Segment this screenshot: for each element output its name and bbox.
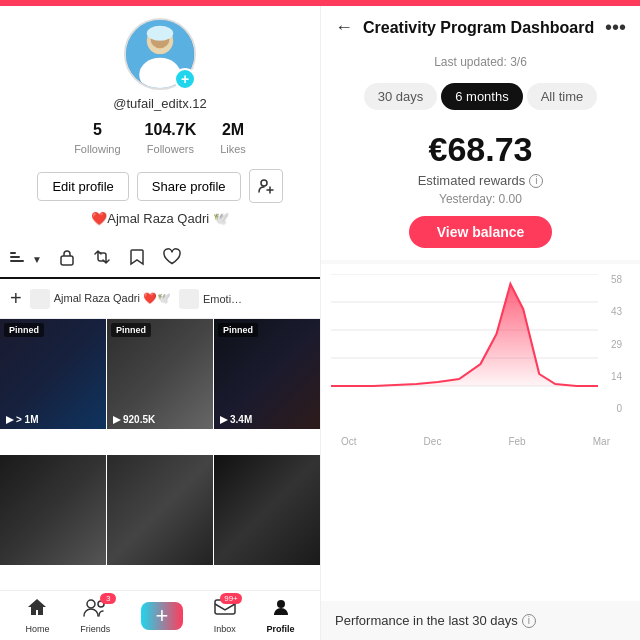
y-axis: 58 43 29 14 0 bbox=[611, 274, 622, 414]
nav-profile[interactable]: Profile bbox=[267, 597, 295, 634]
y-label-0: 0 bbox=[616, 403, 622, 414]
video-cell-6[interactable] bbox=[214, 455, 320, 565]
svg-marker-18 bbox=[220, 416, 228, 424]
dropdown-arrow-icon: ▼ bbox=[32, 254, 42, 265]
svg-rect-10 bbox=[10, 260, 24, 262]
view-count-1: > 1M bbox=[4, 414, 39, 425]
nav-inbox[interactable]: 99+ Inbox bbox=[214, 597, 236, 634]
share-profile-button[interactable]: Share profile bbox=[137, 172, 241, 201]
x-label-mar: Mar bbox=[593, 436, 610, 447]
main-content: + @tufail_editx.12 5 Following 104.7K Fo… bbox=[0, 6, 640, 640]
playlist-icon-2: ▶ bbox=[179, 289, 199, 309]
video-cell-2[interactable]: Pinned 920.5K bbox=[107, 319, 213, 429]
svg-marker-17 bbox=[113, 416, 121, 424]
pinned-badge-1: Pinned bbox=[4, 323, 44, 337]
svg-rect-9 bbox=[10, 256, 20, 258]
likes-label: Likes bbox=[220, 143, 246, 155]
add-avatar-button[interactable]: + bbox=[174, 68, 196, 90]
nav-home[interactable]: Home bbox=[25, 597, 49, 634]
svg-point-19 bbox=[87, 600, 95, 608]
following-count: 5 bbox=[74, 121, 120, 139]
svg-point-22 bbox=[277, 600, 285, 608]
repost-icon[interactable] bbox=[92, 248, 112, 271]
performance-info-icon[interactable]: i bbox=[522, 614, 536, 628]
view-count-2: 920.5K bbox=[111, 414, 155, 425]
video-cell-5[interactable] bbox=[107, 455, 213, 565]
followers-count: 104.7K bbox=[145, 121, 197, 139]
tab-all-time[interactable]: All time bbox=[527, 83, 598, 110]
filter-dropdown[interactable]: ▼ bbox=[10, 251, 42, 269]
more-options-button[interactable]: ••• bbox=[605, 16, 626, 39]
friends-badge: 3 bbox=[100, 593, 116, 604]
svg-rect-8 bbox=[10, 252, 16, 254]
nav-add[interactable]: + bbox=[141, 602, 183, 630]
x-label-dec: Dec bbox=[424, 436, 442, 447]
right-panel: ← Creativity Program Dashboard ••• Last … bbox=[320, 6, 640, 640]
view-count-3: 3.4M bbox=[218, 414, 252, 425]
view-balance-button[interactable]: View balance bbox=[409, 216, 553, 248]
video-grid: Pinned > 1M Pinned 920.5K Pinned 3.4M bbox=[0, 319, 320, 590]
bio-text: ❤️Ajmal Raza Qadri 🕊️ bbox=[91, 211, 228, 226]
tab-30-days[interactable]: 30 days bbox=[364, 83, 438, 110]
y-label-43: 43 bbox=[611, 306, 622, 317]
playlist-label-2: Emoti… bbox=[203, 293, 242, 305]
add-content-button[interactable]: + bbox=[141, 602, 183, 630]
playlist-item-2[interactable]: ▶ Emoti… bbox=[179, 289, 242, 309]
add-playlist-button[interactable]: + bbox=[10, 287, 22, 310]
video-cell-3[interactable]: Pinned 3.4M bbox=[214, 319, 320, 429]
following-label: Following bbox=[74, 143, 120, 155]
dashboard-title: Creativity Program Dashboard bbox=[363, 19, 595, 37]
add-friend-button[interactable] bbox=[249, 169, 283, 203]
stat-likes[interactable]: 2M Likes bbox=[220, 121, 246, 157]
y-label-29: 29 bbox=[611, 339, 622, 350]
nav-friends[interactable]: 3 Friends bbox=[80, 597, 110, 634]
period-tabs: 30 days 6 months All time bbox=[321, 75, 640, 118]
playlist-label-1: Ajmal Raza Qadri ❤️🕊️ bbox=[54, 292, 171, 305]
avatar-container: + bbox=[124, 18, 196, 90]
x-label-oct: Oct bbox=[341, 436, 357, 447]
pinned-badge-3: Pinned bbox=[218, 323, 258, 337]
profile-section: + @tufail_editx.12 5 Following 104.7K Fo… bbox=[0, 6, 320, 242]
back-button[interactable]: ← bbox=[335, 17, 353, 38]
nav-inbox-label: Inbox bbox=[214, 624, 236, 634]
filter-row: ▼ bbox=[0, 242, 320, 279]
heart-outline-icon[interactable] bbox=[162, 248, 182, 271]
username: @tufail_editx.12 bbox=[113, 96, 206, 111]
profile-icon bbox=[271, 597, 291, 622]
rewards-section: €68.73 Estimated rewards i Yesterday: 0.… bbox=[321, 118, 640, 260]
x-axis: Oct Dec Feb Mar bbox=[331, 434, 630, 447]
svg-rect-11 bbox=[61, 256, 73, 265]
lock-icon[interactable] bbox=[58, 248, 76, 271]
chart-container: 58 43 29 14 0 bbox=[331, 274, 630, 434]
stats-row: 5 Following 104.7K Followers 2M Likes bbox=[74, 121, 246, 157]
bookmark-icon[interactable] bbox=[128, 248, 146, 271]
nav-friends-label: Friends bbox=[80, 624, 110, 634]
chart-area: 58 43 29 14 0 Oct Dec Feb Mar bbox=[321, 264, 640, 601]
svg-rect-14 bbox=[182, 292, 196, 306]
stat-following[interactable]: 5 Following bbox=[74, 121, 120, 157]
performance-title: Performance in the last 30 days i bbox=[335, 613, 626, 628]
reward-label: Estimated rewards i bbox=[335, 173, 626, 188]
info-icon[interactable]: i bbox=[529, 174, 543, 188]
playlist-row: + ▶ Ajmal Raza Qadri ❤️🕊️ ▶ Emot bbox=[0, 279, 320, 319]
video-cell-4[interactable] bbox=[0, 455, 106, 565]
x-label-feb: Feb bbox=[508, 436, 525, 447]
chart-svg bbox=[331, 274, 630, 414]
svg-rect-12 bbox=[33, 292, 47, 306]
pinned-badge-2: Pinned bbox=[111, 323, 151, 337]
y-label-58: 58 bbox=[611, 274, 622, 285]
dashboard-header: ← Creativity Program Dashboard ••• bbox=[321, 6, 640, 49]
reward-amount: €68.73 bbox=[335, 130, 626, 169]
video-cell-1[interactable]: Pinned > 1M bbox=[0, 319, 106, 429]
stat-followers[interactable]: 104.7K Followers bbox=[145, 121, 197, 157]
tab-6-months[interactable]: 6 months bbox=[441, 83, 522, 110]
svg-point-4 bbox=[147, 26, 173, 41]
playlist-item-1[interactable]: ▶ Ajmal Raza Qadri ❤️🕊️ bbox=[30, 289, 171, 309]
y-label-14: 14 bbox=[611, 371, 622, 382]
home-icon bbox=[26, 597, 48, 622]
playlist-icon-1: ▶ bbox=[30, 289, 50, 309]
last-updated-text: Last updated: 3/6 bbox=[321, 49, 640, 75]
edit-profile-button[interactable]: Edit profile bbox=[37, 172, 128, 201]
performance-section: Performance in the last 30 days i bbox=[321, 601, 640, 640]
likes-count: 2M bbox=[220, 121, 246, 139]
